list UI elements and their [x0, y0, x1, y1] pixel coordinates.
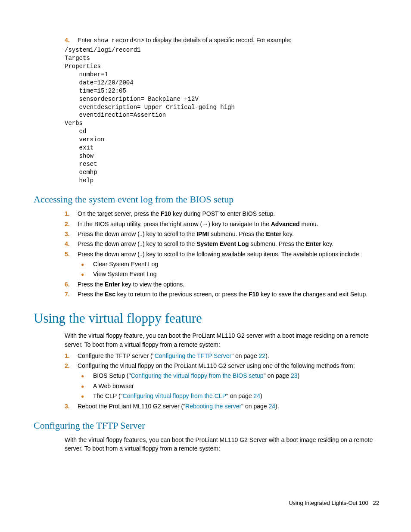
step-text: Configuring the virtual floppy on the Pr…: [78, 361, 379, 370]
section2-intro: With the virtual floppy feature, you can…: [65, 331, 379, 349]
step-text: Enter show record<n> to display the deta…: [78, 36, 379, 45]
step-text: Configure the TFTP server ("Configuring …: [78, 352, 379, 360]
cross-reference-link[interactable]: 24: [268, 403, 275, 410]
list-step: 2.Configuring the virtual floppy on the …: [65, 361, 379, 370]
list-step: 2.In the BIOS setup utility, press the r…: [65, 220, 379, 228]
step-text: Reboot the ProLiant ML110 G2 server ("Re…: [78, 402, 379, 411]
cross-reference-link[interactable]: 23: [291, 372, 298, 379]
list-step: 3.Reboot the ProLiant ML110 G2 server ("…: [65, 402, 379, 411]
list-step: 6.Press the Enter key to view the option…: [65, 280, 379, 289]
cross-reference-link[interactable]: Rebooting the server: [185, 403, 241, 410]
code-output: /system1/log1/record1 Targets Properties…: [65, 46, 379, 184]
step-number: 4.: [65, 240, 78, 248]
bullet-icon: ●: [81, 392, 93, 400]
cross-reference-link[interactable]: 24: [253, 392, 260, 399]
step-4-intro: 4. Enter show record<n> to display the d…: [65, 36, 379, 45]
step-text: In the BIOS setup utility, press the rig…: [78, 220, 379, 228]
step-number: 2.: [65, 361, 78, 370]
bullet-icon: ●: [81, 260, 93, 268]
cross-reference-link[interactable]: 22: [259, 352, 266, 359]
step-text: Press the Enter key to view the options.: [78, 280, 379, 289]
bullet-icon: ●: [81, 382, 93, 390]
section1-steps: 1.On the target server, press the F10 ke…: [65, 209, 379, 299]
step-text: Press the down arrow (↓) key to scroll t…: [78, 230, 379, 238]
step-number: 2.: [65, 220, 78, 228]
heading-accessing-sel: Accessing the system event log from the …: [34, 194, 379, 205]
page-footer: Using Integrated Lights-Out 100 22: [289, 500, 379, 506]
section2-steps: 1.Configure the TFTP server ("Configurin…: [65, 352, 379, 411]
step-text: On the target server, press the F10 key …: [78, 209, 379, 218]
list-step: 4.Press the down arrow (↓) key to scroll…: [65, 240, 379, 248]
list-step: 5.Press the down arrow (↓) key to scroll…: [65, 250, 379, 258]
list-item: ●The CLP ("Configuring virtual floppy fr…: [81, 392, 379, 400]
list-item: ●BIOS Setup ("Configuring the virtual fl…: [81, 371, 379, 380]
step-text: Press the down arrow (↓) key to scroll t…: [78, 250, 379, 258]
list-step: 7.Press the Esc key to return to the pre…: [65, 290, 379, 299]
heading-virtual-floppy: Using the virtual floppy feature: [34, 311, 379, 326]
section3-intro: With the virtual floppy features, you ca…: [65, 436, 379, 453]
bullet-icon: ●: [81, 270, 93, 278]
list-step: 1.Configure the TFTP server ("Configurin…: [65, 352, 379, 360]
list-step: 1.On the target server, press the F10 ke…: [65, 209, 379, 218]
cross-reference-link[interactable]: Configuring the virtual floppy from the …: [131, 372, 263, 379]
list-item: ●A Web browser: [81, 382, 379, 390]
cross-reference-link[interactable]: Configuring virtual floppy from the CLP: [123, 392, 226, 399]
list-step: 3.Press the down arrow (↓) key to scroll…: [65, 230, 379, 238]
step-number: 3.: [65, 402, 78, 411]
step-number: 1.: [65, 352, 78, 360]
step-text: Press the down arrow (↓) key to scroll t…: [78, 240, 379, 248]
step-number: 7.: [65, 290, 78, 299]
step-number: 1.: [65, 209, 78, 218]
step-number: 5.: [65, 250, 78, 258]
cross-reference-link[interactable]: Configuring the TFTP Server: [155, 352, 231, 359]
step-number: 3.: [65, 230, 78, 238]
list-item: ●Clear System Event Log: [81, 260, 379, 268]
step-number: 4.: [65, 36, 78, 45]
page: 4. Enter show record<n> to display the d…: [0, 0, 411, 532]
heading-configuring-tftp: Configuring the TFTP Server: [34, 420, 379, 431]
bullet-icon: ●: [81, 371, 93, 380]
step-text: Press the Esc key to return to the previ…: [78, 290, 379, 299]
list-item: ●View System Event Log: [81, 270, 379, 278]
step-number: 6.: [65, 280, 78, 289]
